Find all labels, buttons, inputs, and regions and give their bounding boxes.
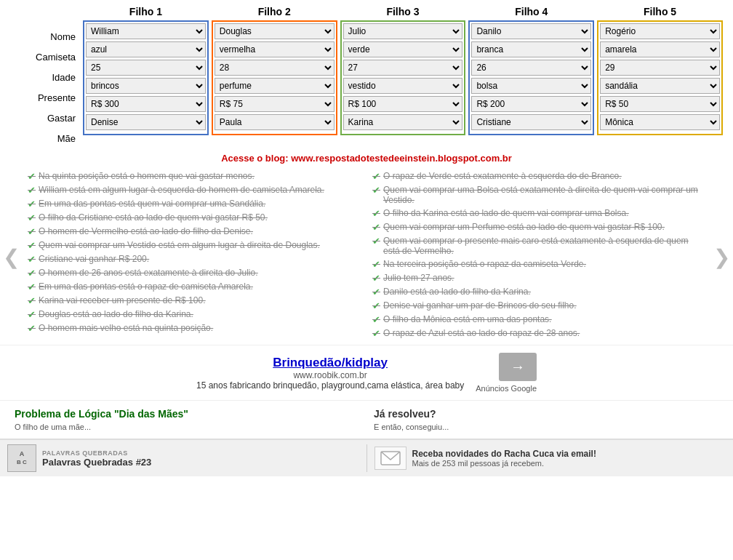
filho3-idade[interactable]: 27	[343, 60, 463, 76]
ad-google: Anúncios Google	[476, 384, 537, 393]
clue-left-12: ✔ O homem mais velho está na quinta posi…	[28, 323, 361, 334]
ad-text: Brinquedão/kidplay www.roobik.com.br 15 …	[196, 356, 464, 391]
filho4-gastar[interactable]: R$ 200	[471, 96, 591, 112]
clue-left-7: ✔ Cristiane vai ganhar R$ 200.	[28, 254, 361, 265]
filho4-col: Filho 4 Danilo branca 26 bolsa R$ 200 Cr…	[468, 6, 594, 143]
footer-left-title: Palavras Quebradas #23	[42, 457, 151, 468]
filho1-gastar[interactable]: R$ 300	[86, 96, 206, 112]
footer-left-icon: AB C	[7, 444, 36, 472]
filho4-idade[interactable]: 26	[471, 60, 591, 76]
filhos-grid: Filho 1 William azul 25 brincos R$ 300 D…	[80, 0, 726, 148]
filho2-mae[interactable]: Paula	[215, 114, 335, 130]
clue-right-7: ✔ Julio tem 27 anos.	[372, 273, 705, 284]
filho3-presente[interactable]: vestido	[343, 78, 463, 94]
filho1-nome[interactable]: William	[86, 23, 206, 39]
label-camiseta: Camiseta	[7, 47, 80, 67]
ad-right: → Anúncios Google	[476, 353, 537, 393]
email-svg	[380, 451, 401, 465]
label-idade: Idade	[7, 67, 80, 87]
filho3-nome[interactable]: Julio	[343, 23, 463, 39]
nav-left[interactable]: ❮	[3, 244, 20, 268]
footer-divider	[366, 444, 367, 472]
blog-link[interactable]: Acesse o blog: www.respostadotestedeeins…	[0, 148, 733, 168]
clue-right-10: ✔ O filho da Mônica está em uma das pont…	[372, 314, 705, 325]
filho4-camiseta[interactable]: branca	[471, 41, 591, 57]
clues-left: ✔ Na quinta posição está o homem que vai…	[22, 171, 366, 342]
footer-right-sub: Mais de 253 mil pessoas já recebem.	[412, 459, 596, 468]
filho5-col: Filho 5 Rogério amarela 29 sandália R$ 5…	[597, 6, 723, 143]
main-container: Nome Camiseta Idade Presente Gastar Mãe …	[0, 0, 733, 476]
clue-right-11: ✔ O rapaz de Azul está ao lado do rapaz …	[372, 328, 705, 339]
filho4-mae[interactable]: Cristiane	[471, 114, 591, 130]
bottom-right-title: Já resolveu?	[374, 408, 718, 420]
filho3-body: Julio verde 27 vestido R$ 100 Karina	[340, 20, 466, 135]
ad-title[interactable]: Brinquedão/kidplay	[196, 356, 464, 370]
footer-left-text: PALAVRAS QUEBRADAS Palavras Quebradas #2…	[42, 449, 151, 468]
clue-right-1: ✔ O rapaz de Verde está exatamente à esq…	[372, 171, 705, 182]
nav-right[interactable]: ❯	[713, 244, 730, 268]
clue-left-8: ✔ O homem de 26 anos está exatamente à d…	[28, 268, 361, 279]
filho1-idade[interactable]: 25	[86, 60, 206, 76]
filho5-presente[interactable]: sandália	[600, 78, 720, 94]
label-gastar: Gastar	[7, 108, 80, 128]
ad-url: www.roobik.com.br	[196, 370, 464, 380]
filho1-body: William azul 25 brincos R$ 300 Denise	[83, 20, 209, 135]
filho2-camiseta[interactable]: vermelha	[215, 41, 335, 57]
clue-left-10: ✔ Karina vai receber um presente de R$ 1…	[28, 295, 361, 306]
clue-left-5: ✔ O homem de Vermelho está ao lado do fi…	[28, 226, 361, 237]
filho1-col: Filho 1 William azul 25 brincos R$ 300 D…	[83, 6, 209, 143]
filho2-presente[interactable]: perfume	[215, 78, 335, 94]
bottom-left-title: Problema de Lógica "Dia das Mães"	[15, 408, 359, 420]
clue-right-4: ✔ Quem vai comprar um Perfume está ao la…	[372, 222, 705, 233]
filho1-presente[interactable]: brincos	[86, 78, 206, 94]
filho-layout: Nome Camiseta Idade Presente Gastar Mãe …	[0, 0, 733, 148]
filho2-body: Douglas vermelha 28 perfume R$ 75 Paula	[212, 20, 337, 135]
clue-right-2: ✔ Quem vai comprar uma Bolsa está exatam…	[372, 185, 705, 205]
filho2-gastar[interactable]: R$ 75	[215, 96, 335, 112]
filho1-header: Filho 1	[129, 6, 162, 17]
footer-left[interactable]: AB C PALAVRAS QUEBRADAS Palavras Quebrad…	[7, 444, 359, 472]
row-labels: Nome Camiseta Idade Presente Gastar Mãe	[7, 0, 80, 148]
filho4-header: Filho 4	[515, 6, 548, 17]
footer-right-title: Receba novidades do Racha Cuca via email…	[412, 449, 596, 459]
clue-left-4: ✔ O filho da Cristiane está ao lado de q…	[28, 212, 361, 223]
filho2-idade[interactable]: 28	[215, 60, 335, 76]
filho4-body: Danilo branca 26 bolsa R$ 200 Cristiane	[468, 20, 594, 135]
filho1-mae[interactable]: Denise	[86, 114, 206, 130]
bottom-left: Problema de Lógica "Dia das Mães" O filh…	[15, 408, 359, 431]
filho5-idade[interactable]: 29	[600, 60, 720, 76]
clue-right-5: ✔ Quem vai comprar o presente mais caro …	[372, 236, 705, 256]
clue-left-6: ✔ Quem vai comprar um Vestido está em al…	[28, 240, 361, 251]
filho2-nome[interactable]: Douglas	[215, 23, 335, 39]
clue-right-3: ✔ O filho da Karina está ao lado de quem…	[372, 208, 705, 219]
clue-right-9: ✔ Denise vai ganhar um par de Brincos do…	[372, 300, 705, 311]
bottom-right: Já resolveu? E então, conseguiu...	[374, 408, 718, 431]
filho3-gastar[interactable]: R$ 100	[343, 96, 463, 112]
footer-left-label: PALAVRAS QUEBRADAS	[42, 449, 151, 457]
filho3-mae[interactable]: Karina	[343, 114, 463, 130]
clue-left-1: ✔ Na quinta posição está o homem que vai…	[28, 171, 361, 182]
filho5-mae[interactable]: Mônica	[600, 114, 720, 130]
bottom-left-desc: O filho de uma mãe...	[15, 423, 359, 431]
filho5-camiseta[interactable]: amarela	[600, 41, 720, 57]
filho5-gastar[interactable]: R$ 50	[600, 96, 720, 112]
filho4-nome[interactable]: Danilo	[471, 23, 591, 39]
clue-left-2: ✔ William está em algum lugar à esquerda…	[28, 185, 361, 196]
bottom-right-desc: E então, conseguiu...	[374, 423, 718, 431]
filho4-presente[interactable]: bolsa	[471, 78, 591, 94]
filho1-camiseta[interactable]: azul	[86, 41, 206, 57]
filho3-header: Filho 3	[386, 6, 419, 17]
filho3-camiseta[interactable]: verde	[343, 41, 463, 57]
blog-anchor[interactable]: Acesse o blog: www.respostadotestedeeins…	[221, 153, 512, 164]
label-presente: Presente	[7, 87, 80, 108]
label-nome: Nome	[7, 26, 80, 47]
footer-right[interactable]: Receba novidades do Racha Cuca via email…	[374, 447, 726, 470]
filho5-nome[interactable]: Rogério	[600, 23, 720, 39]
filho5-header: Filho 5	[644, 6, 676, 17]
clue-right-8: ✔ Danilo está ao lado do filho da Karina…	[372, 287, 705, 297]
bottom-section: Problema de Lógica "Dia das Mães" O filh…	[0, 401, 733, 439]
filho5-body: Rogério amarela 29 sandália R$ 50 Mônica	[597, 20, 723, 135]
clue-left-9: ✔ Em uma das pontas está o rapaz de cami…	[28, 281, 361, 292]
clues-right: ✔ O rapaz de Verde está exatamente à esq…	[366, 171, 711, 342]
ad-button[interactable]: →	[499, 353, 537, 381]
